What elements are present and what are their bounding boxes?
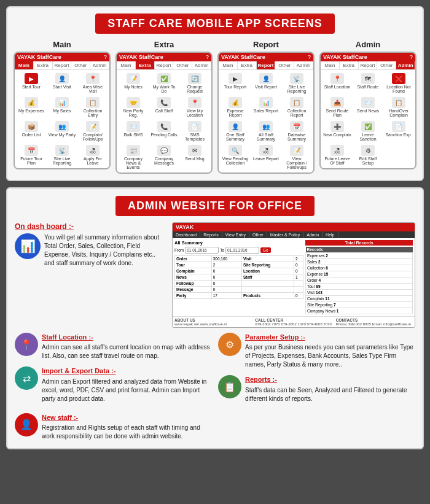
- phone-label-report: Report: [253, 40, 279, 49]
- tab-report-report[interactable]: Report: [257, 61, 276, 69]
- tab-extra-extra[interactable]: Extra: [136, 61, 155, 69]
- list-item: ▶Start Tour: [17, 72, 46, 95]
- nav-admin[interactable]: Admin: [303, 231, 322, 238]
- location-not-found-icon: ❌: [392, 73, 405, 84]
- nav-reports[interactable]: Reports: [200, 231, 222, 238]
- cell: Sales 2: [306, 259, 413, 265]
- phone-tabs-extra[interactable]: Main Extra Report Other Admin: [117, 61, 211, 70]
- reports-block: 📋 Reports :- Staff's data can be Seen, A…: [218, 375, 415, 403]
- to-label: To: [220, 248, 224, 252]
- leave-icon: 🏖: [86, 145, 100, 156]
- cell: 0: [294, 268, 303, 274]
- table-row: Records: [306, 247, 413, 253]
- call-staff-icon: 📞: [157, 97, 171, 108]
- phone-grid-admin: 📍Staff Location 🗺Staff Route ❌Location N…: [321, 70, 415, 168]
- table-row: Sales 2: [306, 259, 413, 265]
- from-label: From: [174, 248, 184, 252]
- nav-view-entry[interactable]: View Entry: [222, 231, 249, 238]
- tab-admin-report[interactable]: Report: [359, 61, 378, 69]
- go-button[interactable]: Go: [260, 247, 271, 253]
- list-item: ⚙Edit Staff Setup: [353, 144, 383, 166]
- area-wise-icon: 📍: [86, 73, 100, 84]
- table-row: Collection 6: [306, 265, 413, 271]
- tab-admin-other[interactable]: Other: [377, 61, 396, 69]
- to-date-input[interactable]: [225, 247, 259, 254]
- total-records-label: Total Records: [305, 240, 413, 246]
- phone-header-extra: VAYAK StaffCare ?: [117, 53, 211, 61]
- bottom-section: ADMIN WEBSITE FOR OFFICE On dash board :…: [6, 187, 424, 449]
- handover-icon: 📋: [392, 97, 405, 108]
- cell: Tour 89: [306, 284, 413, 290]
- phone-group-extra: Extra VAYAK StaffCare ? Main Extra Repor…: [115, 40, 213, 174]
- tour-plan-icon: 📅: [25, 145, 38, 156]
- tab-main-other[interactable]: Other: [71, 61, 90, 69]
- tab-admin-main[interactable]: Main: [321, 61, 340, 69]
- phone-tabs-report[interactable]: Main Extra Report Other Admin: [219, 61, 313, 70]
- tab-main-extra[interactable]: Extra: [34, 61, 53, 69]
- staff-location-icon-circle: 📍: [15, 333, 38, 356]
- list-item: 👥View My Party: [47, 120, 77, 142]
- dash-right: Total Records Records Expenses 2 Sales 2…: [305, 240, 413, 314]
- summary-table: Order300,160Visit2 Tour2Site Reporting0 …: [174, 255, 303, 299]
- new-staff-text: New staff :- Registration and Rights set…: [42, 413, 212, 441]
- dashboard-nav[interactable]: Dashboard Reports View Entry Other Maste…: [173, 231, 415, 238]
- my-location-icon: 📍: [188, 97, 201, 108]
- cell: Collection 6: [306, 265, 413, 271]
- contact-title: CONTACTS: [336, 318, 413, 322]
- nav-dashboard[interactable]: Dashboard: [173, 231, 200, 238]
- import-export-desc: Admin can Export filtered and analyzed d…: [42, 378, 206, 402]
- change-request-icon: 🔄: [188, 73, 201, 84]
- cell: Company News 1: [306, 308, 413, 314]
- list-item: 📝Complain/ FollowUps: [78, 120, 108, 142]
- footer-contacts: CONTACTS Phone: 999 002 8005 Email: info…: [336, 318, 413, 326]
- list-item: ✅Leave Sanction: [353, 120, 383, 142]
- phone-brand-extra: VAYAK StaffCare: [119, 54, 163, 60]
- table-row: Site Reporting 7: [306, 302, 413, 308]
- tab-main-admin[interactable]: Admin: [90, 61, 109, 69]
- tab-report-other[interactable]: Other: [275, 61, 294, 69]
- tab-main-main[interactable]: Main: [15, 61, 34, 69]
- parameter-setup-block: ⚙ Parameter Setup :- As per your Busines…: [218, 333, 415, 369]
- table-row: Party17Products0: [175, 293, 303, 299]
- tab-main-report[interactable]: Report: [53, 61, 72, 69]
- tab-report-main[interactable]: Main: [219, 61, 238, 69]
- list-item: 💰My Expenses: [17, 96, 46, 118]
- sanction-exp-icon: 📄: [392, 121, 405, 132]
- cell: 300,160: [211, 256, 241, 262]
- tab-extra-main[interactable]: Main: [117, 61, 136, 69]
- tab-admin-extra[interactable]: Extra: [340, 61, 359, 69]
- cell: 0: [211, 287, 241, 293]
- list-item: 📨Bulk SMS: [119, 120, 148, 142]
- list-item: 📊My Sales: [47, 96, 77, 118]
- phone-tabs-main[interactable]: Main Extra Report Other Admin: [15, 61, 109, 70]
- main-container: STAFF CARE MOBILE APP SCREENS Main VAYAK…: [0, 0, 430, 504]
- tab-report-extra[interactable]: Extra: [238, 61, 257, 69]
- cell: Complain: [175, 268, 212, 274]
- new-staff-desc: Registration and Rights setup of each st…: [42, 424, 200, 440]
- send-route-icon: 📤: [330, 97, 344, 108]
- cell: 17: [211, 293, 241, 299]
- tab-extra-report[interactable]: Report: [155, 61, 174, 69]
- cell: Expense 15: [306, 271, 413, 277]
- tab-extra-other[interactable]: Other: [173, 61, 192, 69]
- tab-extra-admin[interactable]: Admin: [192, 61, 211, 69]
- nav-help[interactable]: Help: [322, 231, 338, 238]
- phone-tabs-admin[interactable]: Main Extra Report Other Admin: [321, 61, 415, 70]
- phone-label-main: Main: [53, 40, 71, 49]
- nav-master[interactable]: Master & Policy: [267, 231, 304, 238]
- phone-header-main: VAYAK StaffCare ?: [15, 53, 109, 61]
- list-item: 🔄Change Request: [180, 72, 209, 95]
- cell: 2: [211, 262, 241, 268]
- help-icon-report: ?: [308, 54, 311, 60]
- from-date-input[interactable]: [185, 247, 219, 254]
- cell: 0: [294, 262, 303, 268]
- tab-report-admin[interactable]: Admin: [294, 61, 313, 69]
- help-icon-admin: ?: [410, 54, 413, 60]
- import-export-block: ⇄ Import & Export Data :- Admin can Expo…: [15, 366, 212, 403]
- pending-calls-icon: 📞: [157, 121, 171, 132]
- collection-icon: 📋: [86, 97, 100, 108]
- list-item: ❌Location Not Found: [384, 72, 413, 95]
- tab-admin-admin[interactable]: Admin: [396, 61, 415, 69]
- cell: Message: [175, 287, 212, 293]
- nav-other[interactable]: Other: [249, 231, 267, 238]
